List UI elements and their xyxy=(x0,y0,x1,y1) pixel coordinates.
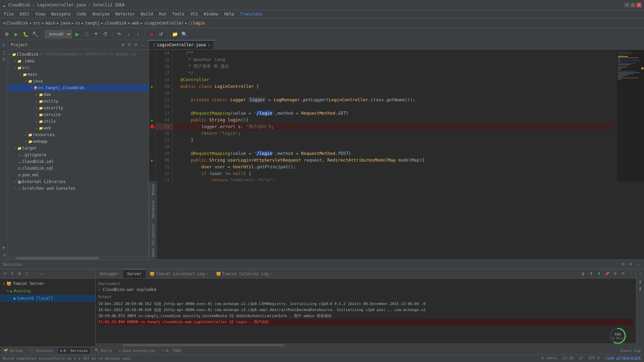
structure-icon[interactable]: 3≡ xyxy=(1,56,7,63)
log-filter-btn[interactable]: ⚙ xyxy=(612,270,619,277)
strip-terminal[interactable]: ⬛ Terminal xyxy=(28,348,55,354)
tree-item-extlibs[interactable]: ▸ 📚 External Libraries xyxy=(8,178,149,185)
step-over-btn[interactable]: ↷ xyxy=(115,30,123,38)
tree-item-gitignore[interactable]: ⬡ .gitignore xyxy=(8,152,149,158)
menu-edit[interactable]: Edit xyxy=(17,11,32,17)
log-pin-btn[interactable]: 📌 xyxy=(604,270,610,277)
sidebar-close-btn[interactable]: — xyxy=(140,42,146,48)
tab-logincontroller[interactable]: J LoginController.java ✕ xyxy=(149,40,214,49)
srv-expand-btn[interactable]: ⊞ xyxy=(16,270,23,277)
tree-item-clouddisk[interactable]: ▾ 📁 CloudDisk D:\IT教程资源录制视频(vx 309299414… xyxy=(8,51,149,58)
strip-build[interactable]: 🔨 Build xyxy=(93,348,114,354)
maven-tab[interactable]: Maven xyxy=(150,181,157,198)
tab-debugger[interactable]: Debugger xyxy=(96,269,123,278)
services-minimize-btn[interactable]: — xyxy=(635,261,641,267)
profile-btn[interactable]: ⏱ xyxy=(101,30,109,38)
tree-item-webapp[interactable]: ▸ 📁 webapp xyxy=(8,138,149,145)
bc-tangtj[interactable]: tangtj xyxy=(85,21,100,25)
strip-java-enterprise[interactable]: ☕ Java Enterprise xyxy=(116,348,157,354)
srv-collapse-right-btn[interactable]: ⬆ xyxy=(637,279,644,285)
srv-running[interactable]: ▾ ▶ Running xyxy=(0,287,95,295)
project-icon[interactable]: 1⠿ xyxy=(1,42,7,48)
srv-more-btn[interactable]: ⋯ xyxy=(31,270,38,277)
tree-item-idea[interactable]: ▸ 📁 .idea xyxy=(8,58,149,64)
srv-collapse-btn[interactable]: ⇅ xyxy=(9,270,15,277)
tree-item-package[interactable]: ▾ 📦 cn.tangtj.clouddisk xyxy=(8,84,149,91)
debug-btn[interactable]: 🐛 xyxy=(21,30,30,38)
minimize-button[interactable]: ─ xyxy=(625,3,629,7)
tomcat-localhost-close[interactable]: ✕ xyxy=(206,272,208,276)
sidebar-add-btn[interactable]: ⊞ xyxy=(120,42,126,48)
database-tab[interactable]: Database xyxy=(150,198,157,221)
output-scrollbar-thumb[interactable] xyxy=(123,344,285,346)
menu-analyze[interactable]: Analyze xyxy=(90,11,112,17)
strip-todo[interactable]: ✓ 6: TODO xyxy=(160,348,183,354)
settings-btn[interactable]: ⚙ xyxy=(3,30,11,38)
tree-item-src[interactable]: ▾ 📁 src xyxy=(8,64,149,71)
tree-item-entity[interactable]: ▸ 📁 entity xyxy=(8,98,149,105)
srv-tomcat-server[interactable]: ▾ 🐱 Tomcat Server xyxy=(0,280,95,287)
bc-main[interactable]: main xyxy=(46,21,55,25)
tree-item-target[interactable]: ▸ 📁 target xyxy=(8,145,149,152)
menu-file[interactable]: File xyxy=(1,11,16,17)
bc-src[interactable]: src xyxy=(33,21,41,25)
menu-translate[interactable]: Translate xyxy=(237,11,265,17)
log-menu-btn[interactable]: ⋮ xyxy=(628,270,635,277)
tomcat-selector[interactable]: tomcat8 xyxy=(45,30,72,38)
srv-add-btn[interactable]: + xyxy=(38,270,45,277)
log-clear-btn[interactable]: 🗑 xyxy=(580,270,586,277)
tree-item-dao[interactable]: ▸ 📁 dao xyxy=(8,91,149,98)
tab-server[interactable]: Server xyxy=(123,269,146,278)
tab-close-btn[interactable]: ✕ xyxy=(208,43,210,47)
gi-24[interactable]: ▶ xyxy=(149,117,155,123)
strip-services[interactable]: ⊞ 8: Services xyxy=(58,348,90,354)
build-btn[interactable]: 🔨 xyxy=(31,30,39,38)
log-settings-btn[interactable]: ⚙ xyxy=(620,270,627,277)
strip-event-log[interactable]: Event Log xyxy=(619,348,643,354)
sidebar-scrollbar-thumb[interactable] xyxy=(15,257,99,259)
tab-tomcat-catalina[interactable]: 🐱 Tomcat Catalina Log ✕ xyxy=(212,269,276,278)
menu-navigate[interactable]: Navigate xyxy=(49,11,73,17)
nav-back-icon[interactable]: ◀ xyxy=(3,21,5,25)
bc-project[interactable]: CloudDisk xyxy=(6,21,28,25)
bc-java[interactable]: java xyxy=(60,21,70,25)
strip-spring[interactable]: 🌱 Spring xyxy=(1,348,25,354)
gi-19[interactable]: ▶ xyxy=(149,83,155,90)
menu-vcs[interactable]: VCS xyxy=(188,11,201,17)
maximize-button[interactable]: □ xyxy=(631,3,635,7)
menu-run[interactable]: Run xyxy=(156,11,169,17)
sidebar-scrollbar[interactable] xyxy=(8,257,149,259)
menu-help[interactable]: Help xyxy=(222,11,237,17)
search-everywhere-btn[interactable]: 🔍 xyxy=(180,30,188,38)
tree-item-java[interactable]: ▾ 📁 java xyxy=(8,78,149,84)
run-config-btn[interactable]: ▶ xyxy=(73,30,81,38)
srv-tomcat8[interactable]: ● tomcat8 [local] xyxy=(0,295,95,302)
code-content[interactable]: /** * @author tang * 用户登录 和 退出 */ @Contr… xyxy=(172,50,617,181)
services-settings-btn[interactable]: ⚙ xyxy=(620,261,626,267)
bean-validation-tab[interactable]: Bean Validation xyxy=(150,221,157,259)
deploy-btn[interactable]: 📁 xyxy=(171,30,179,38)
step-into-btn[interactable]: ↓ xyxy=(124,30,132,38)
gi-25[interactable] xyxy=(149,123,155,130)
tab-tomcat-localhost[interactable]: 🐱 Tomcat Localhost Log ✕ xyxy=(146,269,212,278)
bc-method[interactable]: login xyxy=(193,21,205,25)
menu-build[interactable]: Build xyxy=(138,11,156,17)
bc-clouddisk[interactable]: clouddisk xyxy=(105,21,126,25)
step-out-btn[interactable]: ↑ xyxy=(134,30,142,38)
git-icon[interactable]: ⎇ xyxy=(1,251,7,258)
bc-controller[interactable]: LoginController xyxy=(147,21,183,25)
reload-btn[interactable]: ↺ xyxy=(157,30,165,38)
tomcat-catalina-close[interactable]: ✕ xyxy=(270,272,272,276)
srv-filter-btn[interactable]: ▽ xyxy=(23,270,30,277)
stop-btn[interactable]: ■ xyxy=(148,30,156,38)
menu-view[interactable]: View xyxy=(33,11,48,17)
tree-item-security[interactable]: ▸ 📁 security xyxy=(8,105,149,111)
output-scrollbar[interactable] xyxy=(96,344,636,346)
services-gear-btn[interactable]: ⚙ xyxy=(628,261,634,267)
menu-code[interactable]: Code xyxy=(74,11,89,17)
menu-window[interactable]: Window xyxy=(201,11,221,17)
run-dashboard-icon[interactable]: ▶ xyxy=(1,244,7,251)
favorites-icon[interactable]: 2★ xyxy=(1,49,7,56)
log-scroll-down-btn[interactable]: ⬇ xyxy=(596,270,602,277)
tree-item-resources[interactable]: ▸ 📁 resources xyxy=(8,131,149,138)
